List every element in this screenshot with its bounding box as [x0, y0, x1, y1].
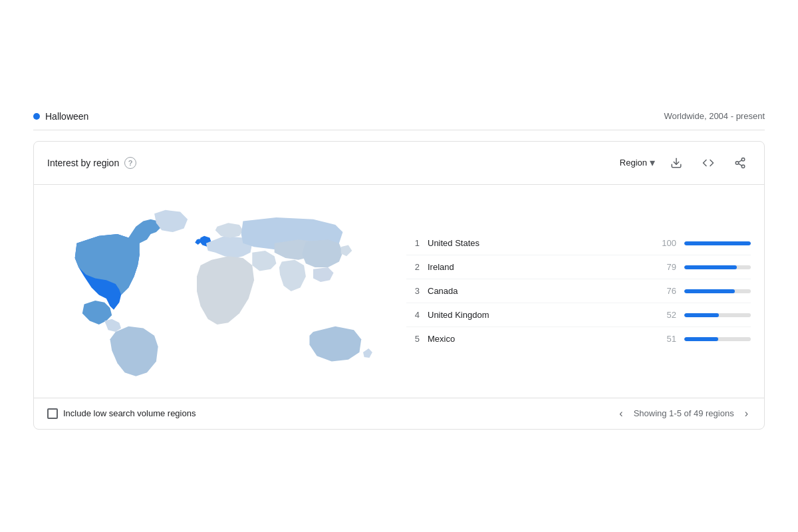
low-volume-checkbox[interactable] [47, 408, 58, 419]
data-row: 5 Mexico 51 [406, 327, 751, 350]
low-volume-label: Include low search volume regions [63, 408, 196, 418]
help-icon[interactable]: ? [124, 157, 136, 169]
download-button[interactable] [666, 152, 687, 174]
card-header: Interest by region ? Region ▾ [34, 142, 764, 185]
bar-fill-3 [684, 289, 735, 293]
rank-3: 3 [406, 286, 420, 296]
region-dropdown[interactable]: Region ▾ [620, 156, 655, 169]
header-bar: Halloween Worldwide, 2004 - present [33, 103, 765, 130]
svg-line-4 [738, 164, 741, 166]
pagination: ‹ Showing 1-5 of 49 regions › [616, 406, 751, 421]
bar-fill-2 [684, 265, 737, 269]
next-page-button[interactable]: › [742, 406, 751, 421]
data-row: 2 Ireland 79 [406, 255, 751, 279]
rank-5: 5 [406, 334, 420, 344]
bar-track-1 [684, 241, 751, 245]
series-title: Halloween [45, 111, 88, 122]
bar-track-2 [684, 265, 751, 269]
bar-fill-1 [684, 241, 751, 245]
trend-container: Halloween Worldwide, 2004 - present Inte… [33, 103, 765, 430]
header-left: Halloween [33, 111, 88, 122]
embed-button[interactable] [698, 152, 719, 174]
country-name-3: Canada [428, 286, 648, 296]
card-body: 1 United States 100 2 Ireland 79 3 Canad… [34, 185, 764, 398]
country-name-5: Mexico [428, 334, 648, 344]
share-button[interactable] [730, 152, 751, 174]
page-wrapper: Halloween Worldwide, 2004 - present Inte… [0, 0, 798, 532]
data-row: 4 United Kingdom 52 [406, 303, 751, 327]
svg-line-5 [738, 160, 741, 162]
card-title-wrap: Interest by region ? [47, 157, 136, 169]
score-2: 79 [656, 262, 676, 272]
card-footer: Include low search volume regions ‹ Show… [34, 398, 764, 429]
rank-2: 2 [406, 262, 420, 272]
bar-fill-5 [684, 337, 718, 341]
country-name-4: United Kingdom [428, 310, 648, 320]
data-list: 1 United States 100 2 Ireland 79 3 Canad… [393, 185, 764, 398]
card-title: Interest by region [47, 158, 119, 168]
region-label: Region [620, 158, 647, 168]
world-map [47, 198, 380, 384]
score-5: 51 [656, 334, 676, 344]
bar-track-4 [684, 313, 751, 317]
score-3: 76 [656, 286, 676, 296]
header-subtitle: Worldwide, 2004 - present [664, 111, 765, 121]
series-dot [33, 113, 40, 120]
data-row: 3 Canada 76 [406, 279, 751, 303]
prev-page-button[interactable]: ‹ [616, 406, 625, 421]
country-name-2: Ireland [428, 262, 648, 272]
rank-1: 1 [406, 238, 420, 248]
data-row: 1 United States 100 [406, 231, 751, 255]
card-controls: Region ▾ [620, 152, 751, 174]
country-name-1: United States [428, 238, 648, 248]
bar-track-3 [684, 289, 751, 293]
low-volume-checkbox-wrap[interactable]: Include low search volume regions [47, 408, 196, 419]
score-4: 52 [656, 310, 676, 320]
rank-4: 4 [406, 310, 420, 320]
score-1: 100 [656, 238, 676, 248]
map-area [34, 185, 393, 398]
bar-track-5 [684, 337, 751, 341]
chevron-down-icon: ▾ [650, 156, 655, 169]
pagination-text: Showing 1-5 of 49 regions [634, 408, 734, 418]
interest-by-region-card: Interest by region ? Region ▾ [33, 141, 765, 430]
bar-fill-4 [684, 313, 719, 317]
